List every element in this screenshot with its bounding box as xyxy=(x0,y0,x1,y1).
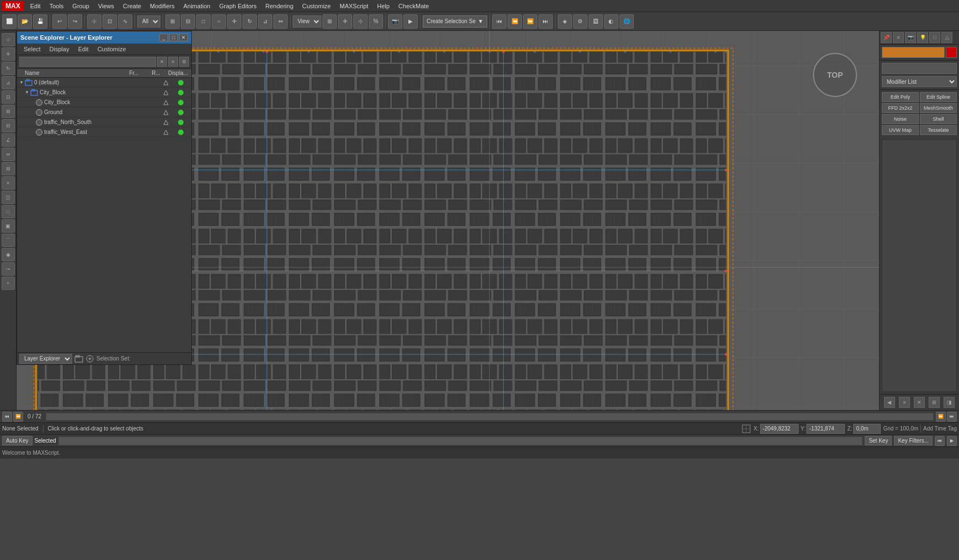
max-logo[interactable]: MAX xyxy=(2,1,24,11)
modifier-shape-icon[interactable]: □ xyxy=(929,32,940,43)
menu-rendering[interactable]: Rendering xyxy=(261,2,298,10)
layer-item-default[interactable]: ▼ 0 (default) xyxy=(17,78,191,88)
modifier-geo-icon[interactable]: △ xyxy=(941,32,952,43)
new-scene-btn[interactable]: ⬜ xyxy=(2,14,17,29)
filter-dropdown[interactable]: All xyxy=(137,15,160,28)
modifier-pin-icon[interactable]: 📌 xyxy=(881,32,892,43)
move-btn[interactable]: ✛ xyxy=(227,14,241,29)
modifier-search-input[interactable] xyxy=(882,63,957,74)
panel-maximize-btn[interactable]: □ xyxy=(169,34,178,41)
align-tool-btn[interactable]: ≡ xyxy=(2,176,15,190)
modifier-edit-poly-btn[interactable]: Edit Poly xyxy=(882,92,919,102)
panel-minimize-btn[interactable]: _ xyxy=(159,34,168,41)
y-coord-input[interactable] xyxy=(806,424,845,434)
scale-tool-btn[interactable]: ⊿ xyxy=(2,76,15,89)
mod-bottom-btn5[interactable]: ◨ xyxy=(944,397,955,408)
group-btn[interactable]: ▣ xyxy=(2,219,15,233)
menu-group[interactable]: Group xyxy=(68,2,94,10)
explorer-search-input[interactable] xyxy=(19,57,156,67)
snap-angle-btn[interactable]: ∠ xyxy=(2,133,15,147)
select-object-btn[interactable]: ⊞ xyxy=(165,14,180,29)
align-btn[interactable]: ⊞ xyxy=(322,14,337,29)
layer-btn[interactable]: ◫ xyxy=(2,191,15,204)
timeline-next-btn[interactable]: ⏩ xyxy=(936,412,946,422)
modifier-shell-btn[interactable]: Shell xyxy=(920,114,957,124)
filter-icon-btn[interactable]: ≡ xyxy=(168,57,178,67)
mod-bottom-btn1[interactable]: ◀ xyxy=(884,397,895,408)
curve-btn[interactable]: ⌒ xyxy=(2,234,15,247)
select-name-btn[interactable]: ⊟ xyxy=(181,14,195,29)
modifier-list-dropdown[interactable]: Modifier List xyxy=(882,76,957,87)
menu-edit[interactable]: Edit xyxy=(26,2,45,10)
explorer-menu-edit[interactable]: Edit xyxy=(74,45,93,53)
layer-item-traffic-ns[interactable]: traffic_North_South xyxy=(17,117,191,127)
isolate-btn[interactable]: ◉ xyxy=(2,248,15,261)
layer-item-ground[interactable]: Ground xyxy=(17,107,191,117)
keyfilters-button[interactable]: Key Filters... xyxy=(894,436,933,445)
undo-btn[interactable]: ↩ xyxy=(52,14,67,29)
playback-next-btn[interactable]: ⏩ xyxy=(523,14,537,29)
view-dropdown[interactable]: View xyxy=(293,15,321,28)
extra-btn[interactable]: + xyxy=(2,277,15,290)
menu-customize[interactable]: Customize xyxy=(298,2,335,10)
modifier-tessellate-btn[interactable]: Tesselate xyxy=(920,125,957,135)
menu-graph-editors[interactable]: Graph Editors xyxy=(215,2,261,10)
save-btn[interactable]: 💾 xyxy=(33,14,47,29)
menu-modifiers[interactable]: Modifiers xyxy=(146,2,179,10)
layer-item-city-block-child[interactable]: City_Block xyxy=(17,98,191,107)
rotate-tool-btn[interactable]: ↻ xyxy=(2,62,15,75)
select-btn[interactable]: ⊹ xyxy=(87,14,101,29)
wire-btn[interactable]: ⊸ xyxy=(2,262,15,276)
camera-btn[interactable]: 📷 xyxy=(388,14,402,29)
array-btn[interactable]: ⊞ xyxy=(2,162,15,175)
timeline-track[interactable] xyxy=(46,413,934,421)
bone-tool-btn[interactable]: ⊟ xyxy=(2,119,15,132)
lasso-btn[interactable]: ∿ xyxy=(118,14,132,29)
playback-prev-btn[interactable]: ⏪ xyxy=(508,14,522,29)
explorer-menu-select[interactable]: Select xyxy=(19,45,45,53)
playback-start-btn[interactable]: ⏮ xyxy=(492,14,507,29)
redo-btn[interactable]: ↪ xyxy=(68,14,82,29)
rotate-btn[interactable]: ↻ xyxy=(243,14,257,29)
open-btn[interactable]: 📂 xyxy=(18,14,32,29)
timeline-end-btn[interactable]: ⏭ xyxy=(947,412,957,422)
color-swatch-red[interactable] xyxy=(946,47,957,58)
timeline-start-btn[interactable]: ⏮ xyxy=(2,412,12,422)
menu-tools[interactable]: Tools xyxy=(45,2,68,10)
layer-item-traffic-we[interactable]: traffic_West_East xyxy=(17,127,191,137)
key-track[interactable] xyxy=(58,437,863,445)
rect-select-btn[interactable]: □ xyxy=(196,14,211,29)
material-editor-btn[interactable]: ◈ xyxy=(558,14,572,29)
move-tool-btn[interactable]: ✛ xyxy=(2,47,15,61)
menu-views[interactable]: Views xyxy=(94,2,118,10)
xform-btn[interactable]: □ xyxy=(2,205,15,218)
modifier-noise-btn[interactable]: Noise xyxy=(882,114,919,124)
setkey-button[interactable]: Set Key xyxy=(865,436,892,445)
autokey-button[interactable]: Auto Key xyxy=(2,436,33,445)
link-tool-btn[interactable]: ⊞ xyxy=(2,105,15,118)
layer-explorer-dropdown[interactable]: Layer Explorer xyxy=(19,354,72,364)
percent-snap-btn[interactable]: % xyxy=(369,14,383,29)
modifier-edit-spline-btn[interactable]: Edit Spline xyxy=(920,92,957,102)
snap3d-btn[interactable]: ⊹ xyxy=(353,14,368,29)
place-tool-btn[interactable]: ⊡ xyxy=(2,90,15,104)
modifier-light-icon[interactable]: 💡 xyxy=(917,32,928,43)
panel-close-btn[interactable]: ✕ xyxy=(179,34,188,41)
circle-select-btn[interactable]: ○ xyxy=(212,14,226,29)
search-icon-btn[interactable]: ✕ xyxy=(157,57,167,67)
mirror-tool-btn[interactable]: ⇔ xyxy=(2,148,15,161)
menu-maxscript[interactable]: MAXScript xyxy=(335,2,373,10)
modifier-ffd-btn[interactable]: FFD 2x2x2 xyxy=(882,103,919,113)
layer-item-city-block-parent[interactable]: ▼ City_Block xyxy=(17,88,191,98)
select-tool-btn[interactable]: ⊹ xyxy=(2,33,15,46)
select-region-btn[interactable]: ⊡ xyxy=(103,14,117,29)
mod-bottom-btn3[interactable]: ✕ xyxy=(914,397,925,408)
snap-btn[interactable]: ✛ xyxy=(338,14,352,29)
render-setup-btn[interactable]: ⚙ xyxy=(573,14,588,29)
modifier-cam-icon[interactable]: 📷 xyxy=(905,32,916,43)
key-nav-btn1[interactable]: ⏮ xyxy=(935,436,945,446)
timeline-prev-btn[interactable]: ⏪ xyxy=(13,412,23,422)
menu-help[interactable]: Help xyxy=(373,2,394,10)
viewport[interactable]: + ] [Top ] [Wireframe ] Total Polys: 330… xyxy=(17,31,879,410)
expand-city-block-icon[interactable]: ▼ xyxy=(25,90,30,95)
